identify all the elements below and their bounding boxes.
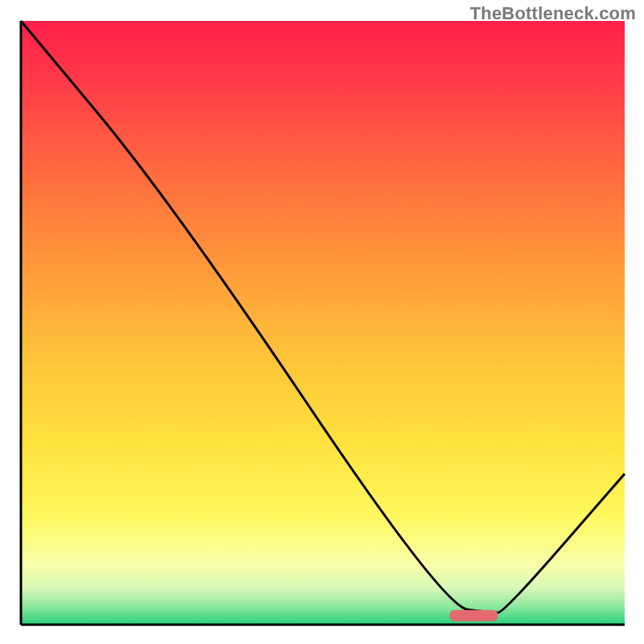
minimum-marker	[450, 610, 498, 621]
chart-container: TheBottleneck.com	[0, 0, 644, 644]
bottleneck-chart	[0, 0, 644, 644]
plot-background	[21, 21, 625, 625]
watermark-text: TheBottleneck.com	[470, 3, 636, 24]
